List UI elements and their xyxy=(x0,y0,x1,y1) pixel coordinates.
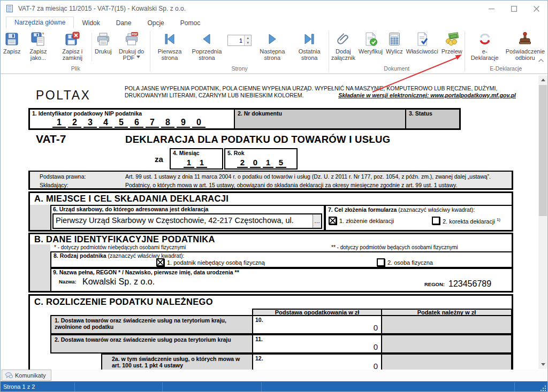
document-viewport: POLTAX POLA JASNE WYPEŁNIA PODATNIK, POL… xyxy=(1,74,547,370)
maximize-button[interactable] xyxy=(503,1,525,17)
app-window: VAT-7 za miesiąc 11/2015 - VAT-7(15) - K… xyxy=(0,0,548,392)
maximize-icon xyxy=(511,6,517,12)
transfer-button[interactable]: Przelew xyxy=(440,29,464,55)
tab-opcje[interactable]: Opcje xyxy=(139,18,172,29)
properties-button[interactable]: Właściwości xyxy=(405,29,440,55)
page-number-input[interactable] xyxy=(228,35,244,45)
tab-narzedzia-glowne[interactable]: Narzędzia główne xyxy=(6,17,74,29)
vertical-scrollbar[interactable] xyxy=(538,75,547,369)
document-number-field: 2. Nr dokumentu xyxy=(234,110,405,128)
month-label: 4. Miesiąc xyxy=(173,150,200,156)
checkbox-unchecked-icon[interactable] xyxy=(432,217,440,225)
first-page-button[interactable]: Pierwsza strona xyxy=(151,29,188,62)
tab-pomoc[interactable]: Pomoc xyxy=(172,18,208,29)
taxpayer-type-field: 8. Rodzaj podatnika (zaznaczyć właściwy … xyxy=(50,251,512,268)
add-attachment-button[interactable]: Dodaj załącznik xyxy=(330,29,357,62)
row1-base-cell[interactable]: 10. 0 xyxy=(252,315,382,334)
year-label: 5. Rok xyxy=(227,150,245,156)
page-spin-down-button[interactable]: ▼ xyxy=(245,41,251,46)
prev-page-label: Poprzednia strona xyxy=(190,48,224,62)
tax-office-browse-button[interactable]: … xyxy=(313,214,321,228)
e-deklaracje-button[interactable]: e-Deklaracje xyxy=(466,29,504,62)
group-label-strony: Strony xyxy=(151,65,328,73)
ribbon-group-edeklaracje: e-Deklaracje Poświadczenie odbioru E-Dek… xyxy=(466,29,546,73)
filing-option-1[interactable]: 1. złożenie deklaracji xyxy=(329,217,394,225)
taxpayer-option-2[interactable]: 2. osoba fizyczna xyxy=(377,258,433,266)
page-status: Strona 1 z 2 xyxy=(3,383,35,390)
nazwa-value[interactable]: Kowalski Sp. z o.o. xyxy=(82,277,155,287)
year-digits: 2015 xyxy=(236,158,287,168)
scroll-down-button[interactable] xyxy=(538,360,547,369)
scroll-up-icon xyxy=(541,79,545,81)
collapse-ribbon-button[interactable] xyxy=(538,55,544,65)
app-icon xyxy=(5,4,14,13)
last-page-icon xyxy=(302,32,317,47)
section-b-title: B. DANE IDENTYFIKACYJNE PODATNIKA xyxy=(30,234,512,244)
checkbox-unchecked-icon[interactable] xyxy=(377,258,385,266)
filing-option-2[interactable]: 2. korekta deklaracji 1) xyxy=(432,217,500,225)
row2a-tax-cell xyxy=(381,353,512,370)
checkbox-checked-icon[interactable] xyxy=(156,258,164,266)
komunikaty-tab[interactable]: Komunikaty xyxy=(2,370,51,381)
year-field[interactable]: 5. Rok 2015 xyxy=(224,148,298,170)
month-field[interactable]: 4. Miesiąc 11 xyxy=(170,148,223,170)
nip-field[interactable]: 1. Identyfikator podatkowy NIP podatnika… xyxy=(30,110,234,128)
taxpayer-option-1[interactable]: 1. podatnik niebędący osobą fizyczną xyxy=(156,258,265,266)
group-label-dokument: Dokument xyxy=(330,65,464,73)
last-page-button[interactable]: Ostatnia strona xyxy=(291,29,328,62)
save-button[interactable]: Zapisz xyxy=(2,29,22,55)
row1-label: 1. Dostawa towarów oraz świadczenie usłu… xyxy=(50,315,253,334)
next-page-icon xyxy=(265,32,280,47)
money-transfer-icon xyxy=(444,32,459,47)
regon-value[interactable]: 123456789 xyxy=(448,279,491,289)
print-button[interactable]: Drukuj xyxy=(93,29,113,55)
print-pdf-icon: PDF xyxy=(124,32,139,47)
form-instructions: POLA JASNE WYPEŁNIA PODATNIK, POLA CIEMN… xyxy=(125,85,516,99)
cell-value: 0 xyxy=(374,342,378,351)
section-b-footnote-1: * - dotyczy podmiotów niebędących osobam… xyxy=(54,244,186,250)
resize-grip[interactable] xyxy=(540,385,546,391)
row2a-base-cell[interactable]: 12. 0 xyxy=(252,353,382,370)
minimize-button[interactable] xyxy=(480,1,503,17)
calculate-button[interactable]: Wylicz xyxy=(384,29,405,55)
scroll-up-button[interactable] xyxy=(538,75,547,84)
chevron-up-icon xyxy=(538,58,544,63)
verify-button[interactable]: Weryfikuj xyxy=(357,29,384,55)
print-pdf-button[interactable]: PDF Drukuj do PDF xyxy=(113,29,150,62)
title-bar: VAT-7 za miesiąc 11/2015 - VAT-7(15) - K… xyxy=(1,1,547,17)
page-spin-up-button[interactable]: ▲ xyxy=(245,35,251,41)
filing-option-1-label: 1. złożenie deklaracji xyxy=(339,218,394,224)
add-attachment-label: Dodaj załącznik xyxy=(331,48,355,62)
save-close-label: Zapisz i zamknij xyxy=(56,48,89,62)
group-label-edeklaracje: E-Deklaracje xyxy=(466,65,546,73)
form-title: DEKLARACJA DLA PODATKU OD TOWARÓW I USŁU… xyxy=(125,134,390,145)
close-button[interactable] xyxy=(525,1,547,17)
legal-basis-text: Art. 99 ust. 1 ustawy z dnia 11 marca 20… xyxy=(125,173,491,180)
ribbon-separator xyxy=(92,33,92,62)
dropdown-arrow-icon xyxy=(136,56,140,58)
row2-base-cell[interactable]: 11. 0 xyxy=(252,334,382,353)
status-divider xyxy=(162,382,163,391)
ribbon-group-separator xyxy=(465,31,465,72)
save-as-label: Zapisz jako... xyxy=(24,48,52,62)
save-as-button[interactable]: Zapisz jako... xyxy=(22,29,54,62)
cell-number: 12. xyxy=(255,355,263,362)
legal-basis-box: Podstawa prawna: Art. 99 ust. 1 ustawy z… xyxy=(28,171,513,190)
save-close-button[interactable]: Zapisz i zamknij xyxy=(54,29,90,62)
paperclip-icon xyxy=(336,32,351,47)
tax-office-input[interactable]: Pierwszy Urząd Skarbowy w Częstochowie, … xyxy=(54,214,313,228)
month-digits: 11 xyxy=(182,158,208,168)
status-divider xyxy=(74,382,75,391)
verify-icon xyxy=(363,32,378,47)
bottom-panel: Komunikaty xyxy=(1,370,547,381)
next-page-button[interactable]: Następna strona xyxy=(254,29,291,62)
tab-dane[interactable]: Dane xyxy=(108,18,140,29)
tab-widok[interactable]: Widok xyxy=(74,18,108,29)
prev-page-button[interactable]: Poprzednia strona xyxy=(188,29,225,62)
calculate-label: Wylicz xyxy=(386,48,403,55)
checkbox-checked-icon[interactable] xyxy=(329,217,337,225)
section-b-margin xyxy=(30,244,50,291)
komunikaty-label: Komunikaty xyxy=(15,372,45,379)
document-number-label: 2. Nr dokumentu xyxy=(238,110,282,117)
scrollbar-thumb[interactable] xyxy=(539,85,547,216)
